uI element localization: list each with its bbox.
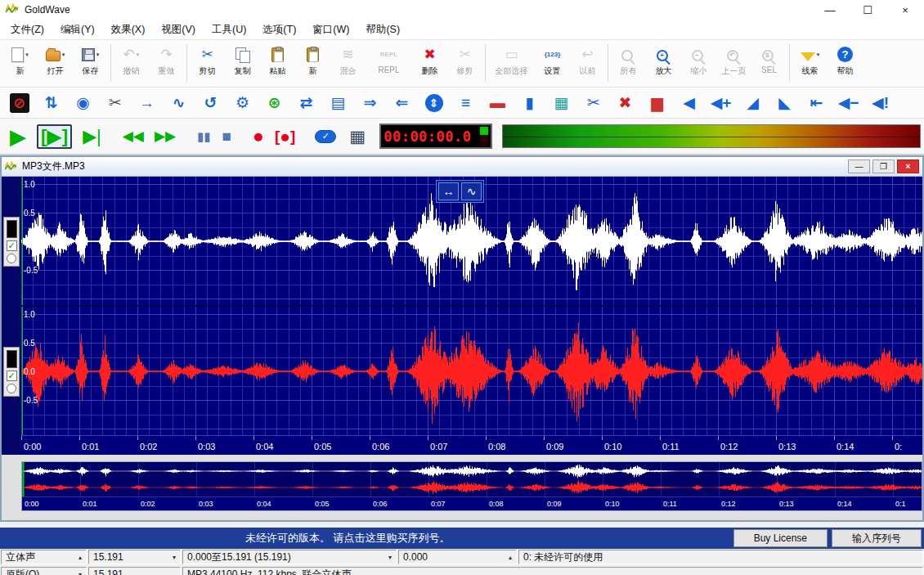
document-titlebar[interactable]: MP3文件.MP3 — ❐ × <box>2 157 922 177</box>
play-selection-button[interactable]: [▶] <box>37 124 72 149</box>
right-channel-checkbox[interactable]: ✓ <box>7 371 17 381</box>
fast-forward-button[interactable]: ▶▶ <box>155 129 176 143</box>
playback-rate-up-button[interactable]: ⇒ <box>354 90 386 116</box>
monitor-toggle[interactable]: ✓ <box>315 130 336 143</box>
pop-removal-button[interactable]: ✖ <box>609 90 641 116</box>
position-spinner-icon[interactable]: ▴ <box>505 554 512 561</box>
format-info-panel[interactable]: MP3 44100 Hz, 112 kbps, 联合立体声 <box>182 567 923 575</box>
rewind-button[interactable]: ◀◀ <box>123 129 144 143</box>
left-channel-indicator[interactable] <box>7 220 17 238</box>
volume-down-button[interactable]: ◀− <box>832 90 864 116</box>
equalizer-button[interactable]: ≡ <box>450 90 482 116</box>
toolbar-cut-button[interactable]: ✂剪切 <box>190 43 225 85</box>
toolbar-zoom-in-button[interactable]: +放大 <box>646 43 681 85</box>
waveform-view: 0:000:010:020:030:040:050:060:070:080:09… <box>21 177 922 455</box>
match-volume-button[interactable]: ⇄ <box>290 90 322 116</box>
left-channel-checkbox[interactable]: ✓ <box>7 240 17 251</box>
pause-button[interactable]: ▮▮ <box>197 130 211 142</box>
right-channel-waveform[interactable] <box>21 307 922 435</box>
cue-dropdown-arrow-icon[interactable]: ▾ <box>817 52 820 58</box>
original-length-panel[interactable]: 15.191 <box>88 567 181 575</box>
toolbar-open-button[interactable]: ▾打开 <box>38 43 73 85</box>
control-properties-button[interactable]: ▦ <box>349 128 366 145</box>
original-version-panel[interactable]: 原版(O)▾ <box>1 567 87 575</box>
save-dropdown-arrow-icon[interactable]: ▾ <box>96 52 100 58</box>
menu-effects[interactable]: 效果(X) <box>103 20 154 40</box>
selection-wave-handle-button[interactable]: ∿ <box>461 182 482 200</box>
reverse-button[interactable]: ↺ <box>195 90 227 116</box>
menu-view[interactable]: 视图(V) <box>153 20 204 40</box>
fade-in-button[interactable]: ◢ <box>737 90 769 116</box>
smoother-button[interactable]: ▬ <box>482 90 514 116</box>
license-message[interactable]: 未经许可的版本。 请点击这里购买序列号。 <box>245 531 451 546</box>
minimize-button[interactable]: — <box>811 0 849 20</box>
play-button[interactable]: ▶ <box>10 126 26 147</box>
channel-mode-panel[interactable]: 立体声▴ <box>1 550 87 564</box>
toolbar-paste-new-button[interactable]: 新 <box>295 43 330 85</box>
spectrum-filter-button[interactable]: ▦ <box>545 90 577 116</box>
menu-window[interactable]: 窗口(W) <box>304 20 357 40</box>
menu-tools[interactable]: 工具(U) <box>204 20 254 40</box>
toolbar-delete-button[interactable]: ✖删除 <box>412 43 447 85</box>
doppler-button[interactable]: ⇅ <box>35 90 67 116</box>
enter-serial-button[interactable]: 输入序列号 <box>832 529 922 547</box>
selection-range-spinner-icon[interactable]: ▾ <box>385 554 392 561</box>
position-panel[interactable]: 0.000▴ <box>398 550 517 564</box>
toolbar-help-button[interactable]: ?帮助 <box>828 43 863 85</box>
volume-shape-button[interactable]: ▤ <box>322 90 354 116</box>
document-minimize-button[interactable]: — <box>848 159 870 173</box>
channel-mode-spinner-icon[interactable]: ▴ <box>75 554 82 561</box>
shape-button[interactable]: ∿ <box>163 90 195 116</box>
noise-reduction-button[interactable]: ✂ <box>577 90 609 116</box>
document-close-button[interactable]: × <box>897 159 919 173</box>
document-restore-button[interactable]: ❐ <box>872 159 895 173</box>
toolbar-new-button[interactable]: ▾新 <box>2 43 38 85</box>
buy-license-button[interactable]: Buy License <box>733 529 828 547</box>
playback-rate-down-button[interactable]: ⇐ <box>386 90 418 116</box>
speaker-plus-button[interactable]: ◀+ <box>705 90 737 116</box>
menu-edit[interactable]: 编辑(Y) <box>52 20 103 40</box>
menu-options[interactable]: 选项(T) <box>254 20 304 40</box>
toolbar-set-button[interactable]: {123}设置 <box>535 43 570 85</box>
undo-dropdown-arrow-icon[interactable]: ▾ <box>137 52 140 58</box>
length-panel[interactable]: 15.191▾ <box>88 550 181 564</box>
play-end-button[interactable]: ▶| <box>83 128 101 146</box>
selection-move-handle-button[interactable]: ↔ <box>438 182 459 200</box>
record-button[interactable]: ● <box>253 127 264 146</box>
right-channel-radio[interactable] <box>7 384 16 393</box>
right-channel-indicator[interactable] <box>7 350 17 368</box>
stop-button[interactable]: ■ <box>222 128 231 144</box>
offset-button[interactable]: → <box>131 90 163 116</box>
original-version-spinner-icon[interactable]: ▾ <box>75 571 82 575</box>
left-channel-radio[interactable] <box>7 254 16 263</box>
fade-out-button[interactable]: ◣ <box>769 90 801 116</box>
overview-waveform[interactable] <box>22 462 922 496</box>
interpolate-button[interactable]: ⊛ <box>258 90 290 116</box>
time-axis[interactable]: 0:000:010:020:030:040:050:060:070:080:09… <box>21 435 922 455</box>
censor-button[interactable]: ⊘ <box>3 90 35 116</box>
mechanize-button[interactable]: ⚙ <box>227 90 258 116</box>
close-button[interactable]: × <box>886 0 924 20</box>
volume-max-button[interactable]: ◀! <box>864 90 896 116</box>
toolbar-cue-button[interactable]: ▾线索 <box>792 43 828 85</box>
status-message-panel[interactable]: 0: 未经许可的使用 <box>518 550 923 564</box>
selection-range-panel[interactable]: 0.000至15.191 (15.191)▾ <box>182 550 397 564</box>
speaker-button[interactable]: ◀ <box>673 90 705 116</box>
silence-button[interactable]: ✂ <box>99 90 131 116</box>
toolbar-save-button[interactable]: ▾保存 <box>73 43 108 85</box>
maximize-button[interactable]: ☐ <box>849 0 886 20</box>
toolbar-copy-button[interactable]: 复制 <box>225 43 260 85</box>
volume-levels-button[interactable]: ▆ <box>641 90 673 116</box>
record-selection-button[interactable]: [●] <box>275 128 295 145</box>
length-spinner-icon[interactable]: ▾ <box>169 554 176 561</box>
pitch-button[interactable]: ⇕ <box>418 90 450 116</box>
new-dropdown-arrow-icon[interactable]: ▾ <box>25 52 29 58</box>
echo-button[interactable]: ◉ <box>67 90 99 116</box>
overview-time-axis[interactable]: 0:000:010:020:030:040:050:060:070:080:09… <box>22 496 922 510</box>
open-dropdown-arrow-icon[interactable]: ▾ <box>62 52 65 58</box>
parametric-eq-button[interactable]: ▮ <box>514 90 545 116</box>
toolbar-paste-button[interactable]: 粘贴 <box>260 43 295 85</box>
menu-help[interactable]: 帮助(S) <box>357 20 408 40</box>
menu-file[interactable]: 文件(Z) <box>2 20 52 40</box>
play-marker-button[interactable]: ⇤ <box>801 90 832 116</box>
